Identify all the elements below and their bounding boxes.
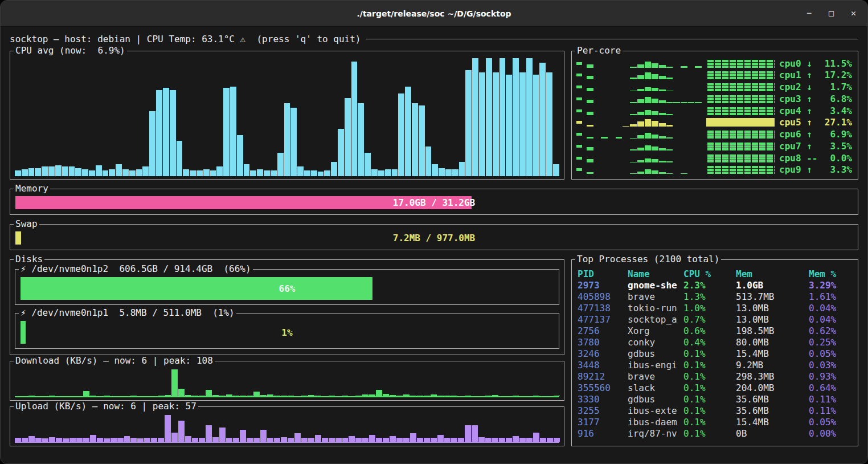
chart-bar bbox=[451, 396, 457, 396]
cell-mempct: 0.93% bbox=[809, 371, 853, 382]
chart-bar bbox=[237, 135, 243, 176]
process-table-body: 2973gnome-she2.3%1.0GB3.29%405898brave1.… bbox=[578, 279, 853, 439]
chart-bar bbox=[247, 396, 253, 396]
cell-cpu: 0.1% bbox=[683, 428, 736, 439]
maximize-icon[interactable]: □ bbox=[829, 9, 834, 18]
cell-name: tokio-run bbox=[628, 303, 683, 314]
chart-bar bbox=[553, 164, 559, 176]
memory-panel: Memory 17.0GB / 31.2GB bbox=[10, 189, 858, 215]
chart-bar bbox=[385, 169, 391, 176]
chart-bar bbox=[519, 72, 526, 176]
cell-mem: 80.0MB bbox=[736, 337, 809, 348]
chart-bar bbox=[445, 169, 452, 176]
chart-bar bbox=[104, 438, 110, 442]
chart-bar bbox=[257, 169, 263, 176]
cell-mempct: 0.64% bbox=[809, 382, 853, 393]
process-table: PIDNameCPU %MemMem % 2973gnome-she2.3%1.… bbox=[578, 268, 853, 442]
chart-bar bbox=[223, 88, 230, 176]
chart-bar bbox=[478, 437, 485, 442]
chart-bar bbox=[35, 168, 41, 176]
chart-bar bbox=[56, 438, 62, 442]
chart-bar bbox=[417, 438, 423, 442]
cell-mem: 15.4MB bbox=[736, 417, 809, 428]
disk-item-1: ⚡ /dev/nvme0n1p1 5.8MB / 511.0MB (1%)1% bbox=[15, 313, 559, 349]
chart-bar bbox=[226, 438, 232, 442]
chart-bar bbox=[458, 438, 464, 442]
cell-pid: 916 bbox=[578, 428, 628, 439]
per-core-title: Per-core bbox=[575, 45, 623, 56]
core-usage-blocks bbox=[706, 142, 775, 150]
chart-bar bbox=[260, 395, 267, 396]
close-icon[interactable]: ✕ bbox=[851, 9, 856, 18]
chart-bar bbox=[253, 438, 260, 442]
chart-bar bbox=[122, 169, 129, 176]
cell-pid: 477137 bbox=[578, 314, 628, 325]
chart-bar bbox=[465, 70, 472, 176]
upload-chart bbox=[15, 415, 559, 443]
chart-bar bbox=[199, 438, 205, 442]
upload-title: Upload (KB/s) — now: 6 | peak: 57 bbox=[14, 401, 198, 412]
download-title: Download (KB/s) — now: 6 | peak: 108 bbox=[14, 355, 215, 367]
chart-bar bbox=[165, 415, 171, 442]
chart-bar bbox=[499, 58, 506, 176]
cell-mempct: 0.05% bbox=[809, 417, 853, 428]
chart-bar bbox=[486, 58, 492, 176]
chart-bar bbox=[117, 438, 124, 442]
chart-bar bbox=[351, 62, 358, 176]
chart-bar bbox=[513, 58, 519, 176]
chart-bar bbox=[412, 103, 418, 176]
chart-bar bbox=[383, 438, 389, 442]
cell-mem: 0B bbox=[736, 428, 809, 439]
chart-bar bbox=[294, 433, 301, 442]
chart-bar bbox=[444, 396, 451, 396]
core-row-cpu8: cpu8 --0.0% bbox=[576, 153, 852, 163]
chart-bar bbox=[513, 396, 519, 396]
chart-bar bbox=[89, 170, 95, 176]
memory-gauge: 17.0GB / 31.2GB bbox=[15, 196, 853, 209]
chart-bar bbox=[277, 153, 284, 176]
cell-cpu: 0.1% bbox=[683, 417, 736, 428]
core-activity-dash bbox=[576, 121, 582, 124]
core-label: cpu7 ↑3.5% bbox=[779, 141, 852, 152]
core-sparkline bbox=[587, 154, 702, 162]
chart-bar bbox=[130, 438, 137, 442]
chart-bar bbox=[533, 396, 539, 396]
core-row-cpu9: cpu9 ↑3.3% bbox=[576, 165, 852, 175]
core-label: cpu9 ↑3.3% bbox=[779, 164, 852, 175]
chart-bar bbox=[177, 141, 183, 176]
core-sparkline bbox=[587, 130, 702, 139]
cell-name: gdbus bbox=[628, 348, 683, 359]
chart-bar bbox=[28, 168, 35, 176]
titlebar[interactable]: ./target/release/soc ~/D/G/socktop − □ ✕ bbox=[1, 1, 867, 27]
chart-bar bbox=[216, 166, 223, 176]
chart-bar bbox=[439, 168, 445, 176]
chart-bar bbox=[192, 396, 198, 396]
chart-bar bbox=[324, 170, 330, 176]
chart-bar bbox=[417, 396, 423, 396]
chart-bar bbox=[331, 162, 337, 176]
chart-bar bbox=[329, 396, 335, 396]
chart-bar bbox=[526, 58, 533, 176]
minimize-icon[interactable]: − bbox=[806, 9, 812, 18]
process-row: 3448ibus-engi0.1%9.2MB0.03% bbox=[578, 359, 853, 371]
chart-bar bbox=[267, 394, 273, 396]
cell-cpu: 1.0% bbox=[683, 303, 736, 314]
column-header: Mem bbox=[736, 268, 809, 279]
chart-bar bbox=[97, 438, 103, 442]
core-usage-blocks bbox=[706, 95, 775, 103]
chart-bar bbox=[206, 425, 212, 442]
cell-cpu: 0.1% bbox=[683, 348, 736, 359]
chart-bar bbox=[233, 396, 239, 396]
bottom-row: Disks ⚡ /dev/nvme0n1p2 606.5GB / 914.4GB… bbox=[10, 259, 858, 446]
swap-gauge: 7.2MB / 977.0MB bbox=[15, 231, 853, 245]
chart-bar bbox=[163, 88, 169, 176]
chart-bar bbox=[136, 169, 142, 176]
chart-bar bbox=[170, 90, 176, 176]
chart-bar bbox=[358, 103, 364, 176]
core-sparkline bbox=[587, 59, 702, 68]
cell-name: gnome-she bbox=[628, 280, 683, 291]
chart-bar bbox=[129, 170, 136, 176]
chart-bar bbox=[288, 438, 294, 442]
chart-bar bbox=[410, 396, 416, 396]
chart-bar bbox=[301, 438, 308, 442]
